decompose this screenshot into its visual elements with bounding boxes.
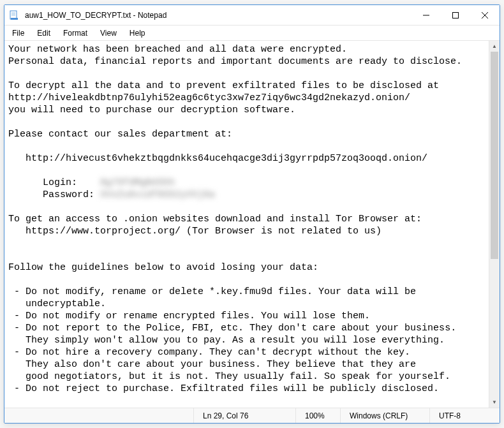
- password-value: XVxZu6vidf8S52yVVj6a: [100, 189, 215, 200]
- maximize-button[interactable]: [441, 5, 470, 26]
- menubar: File Edit Format View Help: [4, 26, 500, 41]
- statusbar: Ln 29, Col 76 100% Windows (CRLF) UTF-8: [4, 408, 500, 423]
- status-position: Ln 29, Col 76: [193, 408, 295, 423]
- login-value: 8g79fdMgN4Shh: [100, 177, 175, 188]
- status-spacer: [4, 408, 193, 423]
- status-zoom: 100%: [295, 408, 340, 423]
- scrollbar-track[interactable]: [489, 52, 500, 397]
- close-button[interactable]: [470, 5, 500, 26]
- scroll-down-icon[interactable]: ▼: [489, 397, 500, 408]
- app-icon: [4, 10, 24, 20]
- vertical-scrollbar[interactable]: ▲ ▼: [489, 41, 500, 408]
- status-encoding: UTF-8: [429, 408, 500, 423]
- menu-file[interactable]: File: [6, 27, 31, 39]
- svg-rect-1: [11, 18, 18, 20]
- status-line-ending: Windows (CRLF): [340, 408, 429, 423]
- menu-help[interactable]: Help: [123, 27, 152, 39]
- text-area[interactable]: Your network has been breached and all d…: [8, 43, 496, 395]
- editor-viewport: Your network has been breached and all d…: [4, 41, 500, 408]
- menu-view[interactable]: View: [94, 27, 123, 39]
- titlebar[interactable]: auw1_HOW_TO_DECRYPT.txt - Notepad: [4, 5, 500, 26]
- window-title: auw1_HOW_TO_DECRYPT.txt - Notepad: [24, 11, 411, 20]
- menu-format[interactable]: Format: [57, 27, 94, 39]
- scroll-up-icon[interactable]: ▲: [489, 41, 500, 52]
- svg-rect-6: [453, 13, 459, 18]
- scrollbar-thumb[interactable]: [491, 52, 498, 259]
- minimize-button[interactable]: [411, 5, 441, 26]
- notepad-window: auw1_HOW_TO_DECRYPT.txt - Notepad File E…: [4, 4, 500, 424]
- menu-edit[interactable]: Edit: [31, 27, 57, 39]
